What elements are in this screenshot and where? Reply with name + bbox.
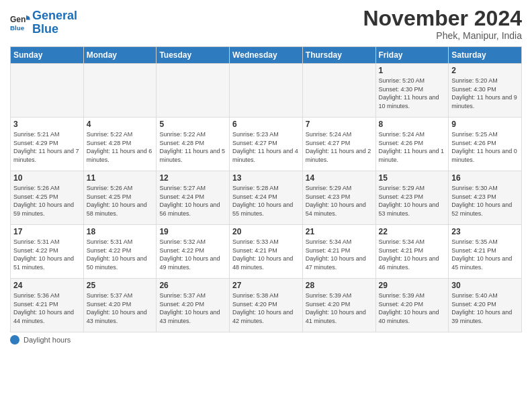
day-info: Sunrise: 5:22 AM Sunset: 4:28 PM Dayligh… — [87, 130, 154, 164]
calendar-cell: 20Sunrise: 5:33 AM Sunset: 4:21 PM Dayli… — [230, 225, 303, 279]
calendar-cell: 8Sunrise: 5:24 AM Sunset: 4:26 PM Daylig… — [375, 118, 449, 171]
logo-text: General Blue — [32, 9, 77, 36]
calendar-cell: 25Sunrise: 5:37 AM Sunset: 4:20 PM Dayli… — [83, 279, 157, 332]
day-info: Sunrise: 5:27 AM Sunset: 4:24 PM Dayligh… — [159, 184, 226, 218]
day-number: 14 — [306, 173, 373, 183]
day-number: 21 — [306, 227, 373, 236]
calendar-cell: 2Sunrise: 5:20 AM Sunset: 4:30 PM Daylig… — [449, 64, 522, 118]
day-info: Sunrise: 5:37 AM Sunset: 4:20 PM Dayligh… — [87, 291, 154, 325]
day-number: 30 — [451, 281, 519, 290]
day-number: 24 — [13, 281, 81, 290]
day-info: Sunrise: 5:23 AM Sunset: 4:27 PM Dayligh… — [232, 130, 300, 164]
calendar-cell: 9Sunrise: 5:25 AM Sunset: 4:26 PM Daylig… — [449, 118, 522, 171]
day-number: 17 — [13, 227, 81, 236]
day-number: 1 — [379, 66, 446, 75]
logo-line2: Blue — [32, 22, 58, 36]
day-number: 10 — [13, 173, 81, 183]
day-number: 16 — [451, 173, 519, 183]
logo-line1: General — [32, 9, 77, 22]
calendar-cell — [302, 64, 375, 118]
day-info: Sunrise: 5:24 AM Sunset: 4:27 PM Dayligh… — [306, 130, 373, 164]
day-info: Sunrise: 5:20 AM Sunset: 4:30 PM Dayligh… — [379, 77, 446, 110]
day-info: Sunrise: 5:28 AM Sunset: 4:24 PM Dayligh… — [232, 184, 300, 218]
day-number: 13 — [232, 173, 300, 183]
day-number: 3 — [13, 120, 81, 129]
day-number: 12 — [159, 173, 226, 183]
day-info: Sunrise: 5:34 AM Sunset: 4:21 PM Dayligh… — [379, 238, 446, 271]
calendar-week-3: 10Sunrise: 5:26 AM Sunset: 4:25 PM Dayli… — [11, 171, 522, 225]
calendar-week-2: 3Sunrise: 5:21 AM Sunset: 4:29 PM Daylig… — [11, 118, 522, 171]
day-number: 27 — [232, 281, 300, 290]
daylight-dot — [10, 335, 19, 345]
col-header-tuesday: Tuesday — [157, 47, 230, 64]
title-block: November 2024 Phek, Manipur, India — [363, 7, 522, 41]
calendar-header-row: SundayMondayTuesdayWednesdayThursdayFrid… — [11, 47, 522, 64]
calendar-cell: 28Sunrise: 5:39 AM Sunset: 4:20 PM Dayli… — [302, 279, 375, 332]
day-number: 20 — [232, 227, 300, 236]
day-info: Sunrise: 5:33 AM Sunset: 4:21 PM Dayligh… — [232, 238, 300, 271]
calendar-cell: 22Sunrise: 5:34 AM Sunset: 4:21 PM Dayli… — [375, 225, 449, 279]
calendar-cell — [11, 64, 84, 118]
day-info: Sunrise: 5:32 AM Sunset: 4:22 PM Dayligh… — [159, 238, 226, 271]
day-number: 28 — [306, 281, 373, 290]
day-info: Sunrise: 5:36 AM Sunset: 4:21 PM Dayligh… — [13, 291, 81, 325]
col-header-saturday: Saturday — [449, 47, 522, 64]
calendar-cell: 3Sunrise: 5:21 AM Sunset: 4:29 PM Daylig… — [11, 118, 84, 171]
day-number: 15 — [379, 173, 446, 183]
day-info: Sunrise: 5:38 AM Sunset: 4:20 PM Dayligh… — [232, 291, 300, 325]
calendar-cell: 17Sunrise: 5:31 AM Sunset: 4:22 PM Dayli… — [11, 225, 84, 279]
day-number: 8 — [379, 120, 446, 129]
calendar-cell: 21Sunrise: 5:34 AM Sunset: 4:21 PM Dayli… — [302, 225, 375, 279]
calendar-cell: 12Sunrise: 5:27 AM Sunset: 4:24 PM Dayli… — [157, 171, 230, 225]
footer-label: Daylight hours — [24, 336, 71, 344]
calendar-cell — [230, 64, 303, 118]
calendar-cell: 15Sunrise: 5:29 AM Sunset: 4:23 PM Dayli… — [375, 171, 449, 225]
calendar-cell: 6Sunrise: 5:23 AM Sunset: 4:27 PM Daylig… — [230, 118, 303, 171]
day-info: Sunrise: 5:35 AM Sunset: 4:21 PM Dayligh… — [451, 238, 519, 271]
day-info: Sunrise: 5:31 AM Sunset: 4:22 PM Dayligh… — [13, 238, 81, 271]
day-info: Sunrise: 5:22 AM Sunset: 4:28 PM Dayligh… — [159, 130, 226, 164]
day-info: Sunrise: 5:29 AM Sunset: 4:23 PM Dayligh… — [379, 184, 446, 218]
calendar-cell: 30Sunrise: 5:40 AM Sunset: 4:20 PM Dayli… — [449, 279, 522, 332]
calendar-cell: 23Sunrise: 5:35 AM Sunset: 4:21 PM Dayli… — [449, 225, 522, 279]
day-info: Sunrise: 5:21 AM Sunset: 4:29 PM Dayligh… — [13, 130, 81, 164]
col-header-wednesday: Wednesday — [230, 47, 303, 64]
svg-text:Gen: Gen — [10, 14, 26, 24]
day-number: 25 — [87, 281, 154, 290]
day-info: Sunrise: 5:25 AM Sunset: 4:26 PM Dayligh… — [451, 130, 519, 164]
footer: Daylight hours — [10, 335, 522, 345]
calendar-cell: 27Sunrise: 5:38 AM Sunset: 4:20 PM Dayli… — [230, 279, 303, 332]
day-number: 4 — [87, 120, 154, 129]
col-header-sunday: Sunday — [11, 47, 84, 64]
calendar-cell: 11Sunrise: 5:26 AM Sunset: 4:25 PM Dayli… — [83, 171, 157, 225]
day-number: 29 — [379, 281, 446, 290]
day-info: Sunrise: 5:29 AM Sunset: 4:23 PM Dayligh… — [306, 184, 373, 218]
calendar-cell: 7Sunrise: 5:24 AM Sunset: 4:27 PM Daylig… — [302, 118, 375, 171]
page-subtitle: Phek, Manipur, India — [363, 30, 522, 41]
calendar-cell: 4Sunrise: 5:22 AM Sunset: 4:28 PM Daylig… — [83, 118, 157, 171]
day-number: 18 — [87, 227, 154, 236]
day-info: Sunrise: 5:30 AM Sunset: 4:23 PM Dayligh… — [451, 184, 519, 218]
day-number: 26 — [159, 281, 226, 290]
calendar-cell: 26Sunrise: 5:37 AM Sunset: 4:20 PM Dayli… — [157, 279, 230, 332]
page-container: Gen Blue General Blue November 2024 Phek… — [0, 0, 532, 348]
day-info: Sunrise: 5:26 AM Sunset: 4:25 PM Dayligh… — [13, 184, 81, 218]
day-info: Sunrise: 5:34 AM Sunset: 4:21 PM Dayligh… — [306, 238, 373, 271]
day-number: 22 — [379, 227, 446, 236]
day-number: 9 — [451, 120, 519, 129]
page-title: November 2024 — [363, 7, 522, 30]
calendar-cell — [157, 64, 230, 118]
calendar-week-4: 17Sunrise: 5:31 AM Sunset: 4:22 PM Dayli… — [11, 225, 522, 279]
day-info: Sunrise: 5:37 AM Sunset: 4:20 PM Dayligh… — [159, 291, 226, 325]
calendar-week-1: 1Sunrise: 5:20 AM Sunset: 4:30 PM Daylig… — [11, 64, 522, 118]
calendar-cell: 24Sunrise: 5:36 AM Sunset: 4:21 PM Dayli… — [11, 279, 84, 332]
day-number: 11 — [87, 173, 154, 183]
calendar-cell: 18Sunrise: 5:31 AM Sunset: 4:22 PM Dayli… — [83, 225, 157, 279]
day-info: Sunrise: 5:39 AM Sunset: 4:20 PM Dayligh… — [379, 291, 446, 325]
logo-icon: Gen Blue — [10, 13, 30, 33]
day-number: 5 — [159, 120, 226, 129]
logo: Gen Blue General Blue — [10, 9, 77, 36]
calendar-cell: 16Sunrise: 5:30 AM Sunset: 4:23 PM Dayli… — [449, 171, 522, 225]
header: Gen Blue General Blue November 2024 Phek… — [10, 7, 522, 41]
col-header-friday: Friday — [375, 47, 449, 64]
